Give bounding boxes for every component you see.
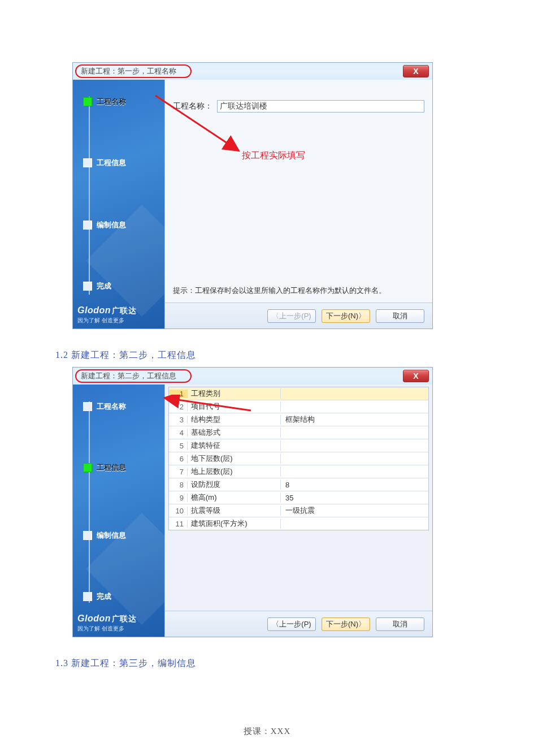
row-name: 檐高(m): [188, 493, 281, 503]
row-number: 4: [169, 429, 188, 437]
row-value[interactable]: 框架结构: [281, 414, 428, 425]
row-name: 地上层数(层): [188, 466, 281, 477]
project-name-input[interactable]: [217, 100, 424, 113]
table-row[interactable]: 6地下层数(层): [169, 452, 428, 465]
project-name-label: 工程名称：: [173, 101, 212, 111]
row-name: 工程类别: [188, 388, 281, 399]
step-label: 工程名称: [97, 401, 126, 412]
close-icon: X: [413, 67, 418, 76]
close-button[interactable]: X: [403, 370, 429, 382]
footer-text: 授课：XXX: [55, 726, 479, 737]
row-number: 6: [169, 455, 188, 463]
step-marker-icon: [83, 158, 92, 167]
table-row[interactable]: 2项目代号: [169, 400, 428, 413]
project-info-tablearea: 1工程类别2项目代号3结构类型框架结构4基础形式5建筑特征6地下层数(层)7地上…: [165, 385, 432, 611]
brand-block: Glodon广联达 因为了解 创造更多: [77, 613, 136, 632]
brand-slogan: 因为了解 创造更多: [77, 317, 136, 324]
step-marker-icon: [83, 463, 92, 472]
row-name: 结构类型: [188, 414, 281, 425]
window-title: 新建工程：第一步，工程名称: [75, 64, 192, 78]
brand-en: Glodon: [77, 305, 111, 315]
project-name-row: 工程名称：: [173, 100, 424, 113]
step-label: 工程信息: [97, 158, 126, 168]
step-line: [89, 401, 90, 603]
step-project-info[interactable]: 工程信息: [83, 463, 126, 473]
close-icon: X: [413, 371, 418, 381]
watermark-icon: [86, 513, 164, 625]
brand-slogan: 因为了解 创造更多: [77, 625, 136, 632]
step-project-name[interactable]: 工程名称: [83, 97, 126, 107]
annotation-text: 按工程实际填写: [242, 150, 305, 162]
brand-cn: 广联达: [112, 614, 137, 623]
prev-button: 〈上一步(P): [267, 309, 316, 323]
table-row[interactable]: 9檐高(m)35: [169, 491, 428, 504]
row-value[interactable]: 8: [281, 481, 428, 489]
step-line: [89, 97, 90, 295]
row-value[interactable]: 一级抗震: [281, 506, 428, 516]
close-button[interactable]: X: [403, 65, 429, 77]
brand-en: Glodon: [77, 614, 111, 623]
row-number: 1: [169, 390, 188, 398]
step-label: 工程信息: [97, 463, 126, 473]
row-number: 5: [169, 442, 188, 450]
brand-block: Glodon广联达 因为了解 创造更多: [77, 305, 136, 324]
project-info-table[interactable]: 1工程类别2项目代号3结构类型框架结构4基础形式5建筑特征6地下层数(层)7地上…: [168, 387, 429, 530]
dialog-step2: 新建工程：第二步，工程信息 X 工程名称 工程信息 编制信息 完成 Glodon…: [72, 367, 433, 637]
row-number: 11: [169, 520, 188, 528]
row-number: 8: [169, 481, 188, 489]
hint-text: 提示：工程保存时会以这里所输入的工程名称作为默认的文件名。: [173, 286, 424, 296]
next-button[interactable]: 下一步(N)〉: [322, 617, 370, 631]
row-name: 建筑面积(平方米): [188, 519, 281, 529]
row-number: 10: [169, 507, 188, 515]
table-row[interactable]: 1工程类别: [169, 387, 428, 400]
table-row[interactable]: 11建筑面积(平方米): [169, 517, 428, 530]
cancel-button[interactable]: 取消: [376, 309, 424, 323]
step-finish[interactable]: 完成: [83, 281, 111, 291]
titlebar: 新建工程：第二步，工程信息 X: [73, 368, 432, 385]
cancel-button[interactable]: 取消: [376, 617, 424, 631]
row-name: 项目代号: [188, 401, 281, 412]
wizard-sidebar: 工程名称 工程信息 编制信息 完成 Glodon广联达 因为了解 创造更多: [73, 385, 164, 637]
row-value[interactable]: 35: [281, 494, 428, 502]
section-heading-1-2: 1.2 新建工程：第二步，工程信息: [55, 349, 479, 361]
table-row[interactable]: 5建筑特征: [169, 439, 428, 452]
step-compile-info[interactable]: 编制信息: [83, 220, 126, 230]
step-marker-icon: [83, 592, 92, 601]
row-name: 基础形式: [188, 427, 281, 438]
step-label: 完成: [97, 281, 111, 291]
section-heading-1-3: 1.3 新建工程：第三步，编制信息: [55, 658, 479, 669]
content-pane: 工程名称： 按工程实际填写 提示：工程保存时会以这里所输入的工程名称作为默认的文…: [164, 80, 432, 329]
table-row[interactable]: 8设防烈度8: [169, 478, 428, 491]
table-row[interactable]: 3结构类型框架结构: [169, 413, 428, 426]
step-label: 完成: [97, 591, 111, 602]
step-marker-icon: [83, 97, 92, 106]
prev-button[interactable]: 〈上一步(P): [267, 617, 316, 631]
button-row: 〈上一步(P) 下一步(N)〉 取消: [165, 303, 432, 329]
step-label: 编制信息: [97, 220, 126, 230]
dialog-step1: 新建工程：第一步，工程名称 X 工程名称 工程信息 编制信息 完成 Glodon…: [72, 62, 433, 329]
next-button[interactable]: 下一步(N)〉: [322, 309, 370, 323]
step-marker-icon: [83, 531, 92, 540]
row-number: 7: [169, 468, 188, 476]
titlebar: 新建工程：第一步，工程名称 X: [73, 63, 432, 80]
content-pane: 1工程类别2项目代号3结构类型框架结构4基础形式5建筑特征6地下层数(层)7地上…: [164, 385, 432, 637]
step-compile-info[interactable]: 编制信息: [83, 530, 126, 541]
row-name: 建筑特征: [188, 440, 281, 451]
step-marker-icon: [83, 282, 92, 291]
step-finish[interactable]: 完成: [83, 591, 111, 602]
table-row[interactable]: 7地上层数(层): [169, 465, 428, 478]
row-name: 抗震等级: [188, 506, 281, 516]
row-name: 地下层数(层): [188, 453, 281, 464]
table-row[interactable]: 10抗震等级一级抗震: [169, 504, 428, 517]
row-number: 2: [169, 403, 188, 411]
row-number: 9: [169, 494, 188, 502]
step-label: 编制信息: [97, 530, 126, 541]
wizard-sidebar: 工程名称 工程信息 编制信息 完成 Glodon广联达 因为了解 创造更多: [73, 80, 164, 329]
row-name: 设防烈度: [188, 479, 281, 490]
step-project-info[interactable]: 工程信息: [83, 158, 126, 168]
brand-cn: 广联达: [112, 306, 137, 315]
step-project-name[interactable]: 工程名称: [83, 401, 126, 412]
step-label: 工程名称: [97, 97, 126, 107]
table-row[interactable]: 4基础形式: [169, 426, 428, 439]
row-number: 3: [169, 416, 188, 424]
